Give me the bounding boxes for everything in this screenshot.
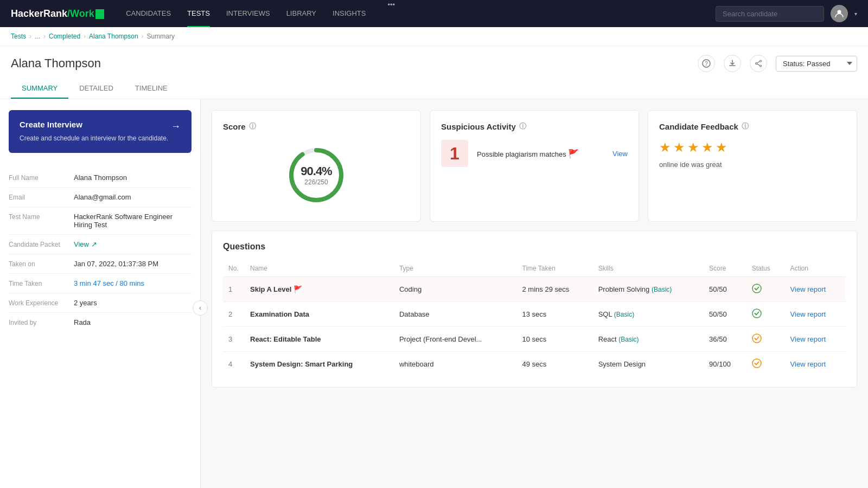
sidebar-collapse-button[interactable]: ‹ bbox=[193, 300, 208, 316]
cell-type: Project (Front-end Devel... bbox=[394, 327, 517, 352]
questions-card: Questions No. Name Type Time Taken Skill… bbox=[212, 230, 857, 388]
feedback-info-icon[interactable]: ⓘ bbox=[742, 121, 749, 131]
nav-tests[interactable]: TESTS bbox=[187, 1, 210, 27]
breadcrumb-sep4: › bbox=[142, 33, 144, 40]
invited-by-label: Invited by bbox=[9, 318, 74, 326]
email-value: Alana@gmail.com bbox=[74, 193, 192, 201]
user-avatar[interactable] bbox=[831, 5, 848, 22]
cell-name: System Design: Smart Parking bbox=[245, 352, 394, 377]
cell-no: 4 bbox=[223, 352, 245, 377]
tab-summary[interactable]: SUMMARY bbox=[11, 79, 68, 99]
invited-by-value: Rada bbox=[74, 318, 192, 326]
col-status: Status bbox=[746, 260, 785, 277]
taken-on-label: Taken on bbox=[9, 260, 74, 268]
breadcrumb-sep3: › bbox=[84, 33, 86, 40]
col-skills: Skills bbox=[593, 260, 704, 277]
tab-detailed[interactable]: DETAILED bbox=[68, 79, 124, 99]
star-4: ★ bbox=[701, 140, 713, 155]
top-nav: HackerRank/Work■ CANDIDATES TESTS INTERV… bbox=[0, 0, 868, 27]
star-rating: ★ ★ ★ ★ ★ bbox=[659, 140, 846, 155]
field-email: Email Alana@gmail.com bbox=[9, 188, 192, 207]
suspicious-title: Suspicious Activity ⓘ bbox=[441, 121, 628, 131]
suspicious-count: 1 bbox=[441, 140, 468, 167]
cell-status bbox=[746, 277, 785, 302]
suspicious-info-icon[interactable]: ⓘ bbox=[519, 121, 526, 131]
svg-point-10 bbox=[752, 334, 761, 343]
score-info-icon[interactable]: ⓘ bbox=[249, 121, 256, 131]
questions-table: No. Name Type Time Taken Skills Score St… bbox=[223, 260, 846, 376]
full-name-value: Alana Thompson bbox=[74, 174, 192, 182]
sidebar: Create Interview Create and schedule an … bbox=[0, 99, 201, 488]
cell-time: 49 secs bbox=[517, 352, 593, 377]
cell-type: Coding bbox=[394, 277, 517, 302]
nav-library[interactable]: LIBRARY bbox=[286, 1, 316, 27]
view-report-link[interactable]: View report bbox=[790, 360, 826, 368]
sidebar-fields: Full Name Alana Thompson Email Alana@gma… bbox=[0, 164, 200, 343]
table-row: 4 System Design: Smart Parking whiteboar… bbox=[223, 352, 846, 377]
table-row: 2 Examination Data Database 13 secs SQL … bbox=[223, 302, 846, 327]
help-button[interactable]: ? bbox=[698, 55, 715, 72]
view-report-link[interactable]: View report bbox=[790, 335, 826, 343]
share-button[interactable] bbox=[750, 55, 767, 72]
breadcrumb-candidate[interactable]: Alana Thompson bbox=[89, 33, 138, 40]
packet-label: Candidate Packet bbox=[9, 240, 74, 248]
time-taken-value[interactable]: 3 min 47 sec / 80 mins bbox=[74, 279, 192, 287]
page-header: Alana Thompson ? Status: Passed SUMMARY … bbox=[0, 46, 868, 99]
breadcrumb-completed[interactable]: Completed bbox=[49, 33, 80, 40]
suspicious-view-link[interactable]: View bbox=[612, 150, 628, 158]
email-label: Email bbox=[9, 193, 74, 201]
cell-status bbox=[746, 327, 785, 352]
avatar-chevron[interactable]: ▾ bbox=[854, 11, 857, 17]
col-type: Type bbox=[394, 260, 517, 277]
feedback-text: online ide was great bbox=[659, 160, 846, 169]
nav-candidates[interactable]: CANDIDATES bbox=[126, 1, 171, 27]
cell-action: View report bbox=[785, 277, 846, 302]
packet-link[interactable]: View ↗ bbox=[74, 240, 192, 248]
status-select[interactable]: Status: Passed bbox=[776, 56, 857, 72]
cell-status bbox=[746, 352, 785, 377]
create-interview-card[interactable]: Create Interview Create and schedule an … bbox=[9, 110, 192, 153]
view-report-link[interactable]: View report bbox=[790, 310, 826, 318]
search-input[interactable] bbox=[716, 6, 824, 22]
download-button[interactable] bbox=[724, 55, 741, 72]
suspicious-label: Possible plagiarism matches bbox=[477, 150, 566, 158]
questions-tbody: 1 Skip A Level 🚩 Coding 2 mins 29 secs P… bbox=[223, 277, 846, 377]
score-title: Score ⓘ bbox=[223, 121, 410, 131]
test-name-value: HackerRank Software Engineer Hiring Test bbox=[74, 213, 192, 229]
field-test-name: Test Name HackerRank Software Engineer H… bbox=[9, 207, 192, 235]
field-full-name: Full Name Alana Thompson bbox=[9, 168, 192, 188]
nav-insights[interactable]: INSIGHTS bbox=[333, 1, 366, 27]
header-actions: ? Status: Passed bbox=[698, 55, 857, 72]
cell-action: View report bbox=[785, 302, 846, 327]
breadcrumb-sep2: › bbox=[43, 33, 46, 40]
breadcrumb-ellipsis: ... bbox=[35, 33, 40, 40]
cell-skills: React (Basic) bbox=[593, 327, 704, 352]
main-layout: Create Interview Create and schedule an … bbox=[0, 99, 868, 488]
breadcrumb-sep1: › bbox=[29, 33, 31, 40]
view-report-link[interactable]: View report bbox=[790, 285, 826, 293]
col-no: No. bbox=[223, 260, 245, 277]
col-time: Time Taken bbox=[517, 260, 593, 277]
nav-interviews[interactable]: INTERVIEWS bbox=[226, 1, 270, 27]
nav-more-dots[interactable]: ••• bbox=[387, 1, 395, 27]
skill-level: (Basic) bbox=[652, 286, 672, 293]
external-link-icon: ↗ bbox=[91, 240, 97, 248]
score-circle-wrap: 90.4% 226/250 bbox=[223, 140, 410, 210]
cell-no: 1 bbox=[223, 277, 245, 302]
cell-action: View report bbox=[785, 352, 846, 377]
create-interview-arrow: → bbox=[171, 121, 181, 132]
table-row: 3 React: Editable Table Project (Front-e… bbox=[223, 327, 846, 352]
suspicious-card: Suspicious Activity ⓘ 1 Possible plagiar… bbox=[430, 110, 639, 222]
svg-point-9 bbox=[752, 309, 761, 318]
breadcrumb-tests[interactable]: Tests bbox=[11, 33, 26, 40]
svg-point-8 bbox=[752, 284, 761, 293]
suspicious-content: 1 Possible plagiarism matches 🚩 View bbox=[441, 140, 628, 167]
breadcrumb: Tests › ... › Completed › Alana Thompson… bbox=[0, 27, 868, 46]
cell-name: Examination Data bbox=[245, 302, 394, 327]
logo: HackerRank/Work■ bbox=[11, 8, 104, 20]
tab-timeline[interactable]: TIMELINE bbox=[124, 79, 178, 99]
full-name-label: Full Name bbox=[9, 174, 74, 182]
cell-action: View report bbox=[785, 327, 846, 352]
col-score: Score bbox=[704, 260, 746, 277]
star-5: ★ bbox=[716, 140, 727, 155]
